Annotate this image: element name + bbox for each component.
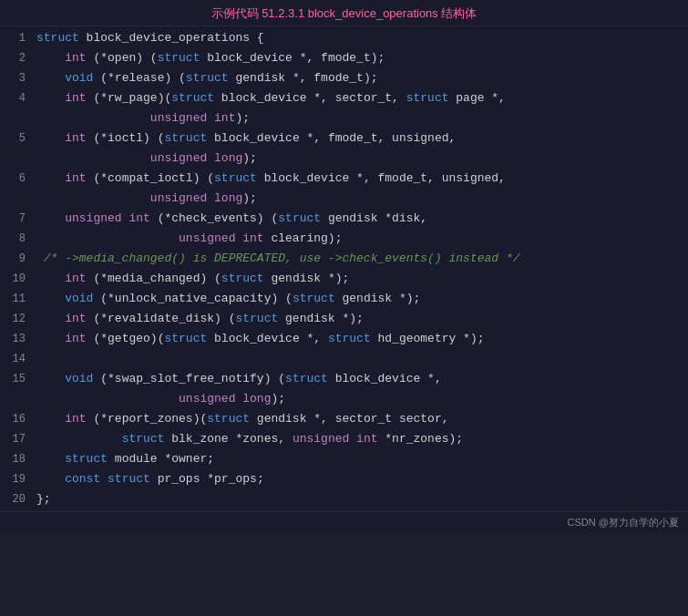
line-content: unsigned int (*check_events) (struct gen… — [33, 209, 688, 229]
line-number: 20 — [0, 489, 33, 509]
code-line: 17 struct blk_zone *zones, unsigned int … — [0, 429, 688, 449]
code-line: 6 int (*compat_ioctl) (struct block_devi… — [0, 169, 688, 189]
footer: CSDN @努力自学的小夏 — [0, 511, 688, 533]
code-line: 4 int (*rw_page)(struct block_device *, … — [0, 88, 688, 108]
footer-text: CSDN @努力自学的小夏 — [568, 517, 679, 528]
line-content: int (*open) (struct block_device *, fmod… — [33, 48, 688, 68]
code-line: 5 int (*ioctl) (struct block_device *, f… — [0, 128, 688, 149]
code-line: unsigned int); — [0, 108, 688, 128]
code-line: 10 int (*media_changed) (struct gendisk … — [0, 269, 688, 289]
line-number: 8 — [0, 229, 33, 249]
line-content: void (*swap_slot_free_notify) (struct bl… — [33, 369, 688, 389]
code-line: 19 const struct pr_ops *pr_ops; — [0, 469, 688, 489]
code-line: 1 struct block_device_operations { — [0, 28, 688, 48]
line-number: 1 — [0, 28, 33, 48]
line-content: int (*report_zones)(struct gendisk *, se… — [33, 409, 688, 429]
line-content: /* ->media_changed() is DEPRECATED, use … — [33, 249, 688, 269]
line-content: struct block_device_operations { — [33, 28, 688, 48]
code-line: unsigned long); — [0, 389, 688, 409]
line-content: int (*revalidate_disk) (struct gendisk *… — [33, 309, 688, 329]
line-number: 13 — [0, 329, 33, 349]
code-line: unsigned long); — [0, 149, 688, 169]
line-number: 18 — [0, 449, 33, 469]
line-content: unsigned long); — [33, 189, 688, 209]
line-content: }; — [33, 489, 688, 509]
line-content: unsigned int); — [33, 108, 688, 128]
code-line: 11 void (*unlock_native_capacity) (struc… — [0, 289, 688, 309]
line-number: 14 — [0, 349, 33, 369]
code-line: 13 int (*getgeo)(struct block_device *, … — [0, 329, 688, 349]
line-number: 6 — [0, 169, 33, 189]
line-number: 15 — [0, 369, 33, 389]
line-number: 19 — [0, 469, 33, 489]
line-content: int (*media_changed) (struct gendisk *); — [33, 269, 688, 289]
line-content: int (*rw_page)(struct block_device *, se… — [33, 88, 688, 108]
line-content: unsigned long); — [33, 389, 688, 409]
line-content — [33, 349, 688, 369]
line-number: 3 — [0, 68, 33, 88]
line-number: 9 — [0, 249, 33, 269]
line-number: 16 — [0, 409, 33, 429]
line-number: 12 — [0, 309, 33, 329]
line-number: 2 — [0, 48, 33, 68]
line-number: 11 — [0, 289, 33, 309]
line-number: 10 — [0, 269, 33, 289]
code-line: 9 /* ->media_changed() is DEPRECATED, us… — [0, 249, 688, 269]
code-line: 3 void (*release) (struct gendisk *, fmo… — [0, 68, 688, 88]
line-number: 5 — [0, 128, 33, 149]
line-content: struct module *owner; — [33, 449, 688, 469]
code-line: 20 }; — [0, 489, 688, 509]
line-content: int (*ioctl) (struct block_device *, fmo… — [33, 128, 688, 149]
line-content: unsigned long); — [33, 149, 688, 169]
title-bar: 示例代码 51.2.3.1 block_device_operations 结构… — [0, 0, 688, 26]
line-content: void (*release) (struct gendisk *, fmode… — [33, 68, 688, 88]
code-line: 15 void (*swap_slot_free_notify) (struct… — [0, 369, 688, 389]
line-number: 7 — [0, 209, 33, 229]
line-content: struct blk_zone *zones, unsigned int *nr… — [33, 429, 688, 449]
line-content: unsigned int clearing); — [33, 229, 688, 249]
code-container: 示例代码 51.2.3.1 block_device_operations 结构… — [0, 0, 688, 533]
code-line: 16 int (*report_zones)(struct gendisk *,… — [0, 409, 688, 429]
line-content: int (*compat_ioctl) (struct block_device… — [33, 169, 688, 189]
title-text: 示例代码 51.2.3.1 block_device_operations 结构… — [211, 6, 477, 20]
code-line: unsigned long); — [0, 189, 688, 209]
code-line: 18 struct module *owner; — [0, 449, 688, 469]
code-line: 12 int (*revalidate_disk) (struct gendis… — [0, 309, 688, 329]
code-line: 2 int (*open) (struct block_device *, fm… — [0, 48, 688, 68]
code-line: 14 — [0, 349, 688, 369]
code-line: 7 unsigned int (*check_events) (struct g… — [0, 209, 688, 229]
code-line: 8 unsigned int clearing); — [0, 229, 688, 249]
line-content: int (*getgeo)(struct block_device *, str… — [33, 329, 688, 349]
line-content: void (*unlock_native_capacity) (struct g… — [33, 289, 688, 309]
line-number: 17 — [0, 429, 33, 449]
line-content: const struct pr_ops *pr_ops; — [33, 469, 688, 489]
code-body: 1 struct block_device_operations { 2 int… — [0, 26, 688, 511]
line-number: 4 — [0, 88, 33, 108]
